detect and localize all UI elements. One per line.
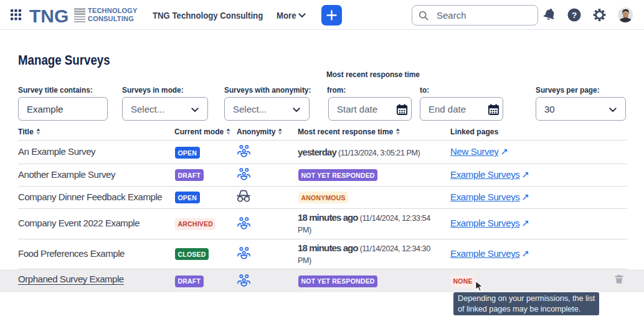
- svg-text:?: ?: [572, 11, 577, 20]
